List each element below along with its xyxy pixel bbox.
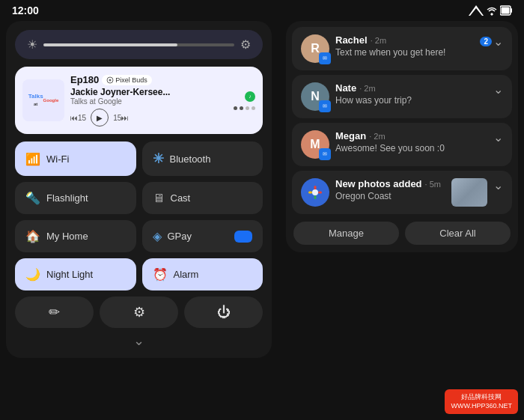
- brightness-track: [43, 43, 234, 46]
- status-time: 12:00: [12, 4, 39, 16]
- message-app-icon: ✉: [319, 100, 331, 112]
- expand-with-badge[interactable]: 2 ⌄: [480, 34, 503, 49]
- notif-time: · 2m: [371, 36, 386, 45]
- watermark-line1: 好品牌科技网: [451, 392, 512, 402]
- media-info: Ep180 Pixel Buds Jackie Joyner-Kersee...…: [70, 74, 228, 127]
- notif-time: · 2m: [359, 84, 375, 93]
- status-bar: 12:00: [0, 0, 524, 21]
- settings-button[interactable]: ⚙: [100, 296, 178, 328]
- notif-header: Nate · 2m: [335, 82, 487, 94]
- message-app-icon: ✉: [319, 148, 331, 160]
- edit-icon: ✏: [49, 304, 60, 320]
- spotify-icon: ♪: [245, 91, 255, 102]
- svg-rect-12: [318, 192, 322, 194]
- bluetooth-icon: ✳: [153, 150, 164, 167]
- notif-sender: Nate: [335, 82, 356, 94]
- svg-rect-4: [502, 7, 510, 14]
- dot: [240, 106, 243, 110]
- flashlight-toggle[interactable]: 🔦 Flashlight: [15, 182, 136, 214]
- avatar-megan: M ✉: [301, 130, 329, 159]
- svg-rect-11: [308, 192, 312, 194]
- toggle-grid: 📶 Wi-Fi ✳ Bluetooth 🔦 Flashlight 🖥 Cast …: [15, 141, 263, 290]
- watermark: 好品牌科技网 WWW.HPP360.NET: [445, 389, 518, 414]
- notif-header: Megan · 2m: [335, 130, 487, 141]
- bluetooth-label: Bluetooth: [170, 153, 211, 165]
- media-source: Talks at Google: [70, 97, 228, 106]
- expand-icon[interactable]: ⌄: [493, 34, 503, 49]
- notif-message: Oregon Coast: [335, 191, 445, 201]
- media-controls: ⏮15 ▶ 15⏭: [70, 109, 228, 127]
- clear-all-button[interactable]: Clear All: [405, 222, 511, 245]
- gpay-icon: ◈: [153, 229, 162, 243]
- wifi-status-icon: [487, 5, 497, 16]
- notif-header: New photos added · 5m: [335, 178, 445, 189]
- media-title: Jackie Joyner-Kersee...: [70, 87, 228, 97]
- alarm-toggle[interactable]: ⏰ Alarm: [142, 258, 263, 290]
- alarm-icon: ⏰: [153, 267, 168, 281]
- battery-icon: [500, 5, 512, 16]
- notif-time: · 5m: [425, 180, 441, 189]
- media-right: ♪: [234, 91, 255, 110]
- nightlight-icon: 🌙: [25, 267, 40, 281]
- wifi-toggle[interactable]: 📶 Wi-Fi: [15, 141, 136, 176]
- photo-preview: [451, 178, 487, 207]
- expand-icon[interactable]: ⌄: [493, 82, 503, 97]
- notif-message: Text me when you get here!: [335, 47, 474, 58]
- message-app-icon: ✉: [319, 52, 331, 64]
- expand-icon[interactable]: ⌄: [493, 130, 503, 144]
- cast-icon: 🖥: [153, 192, 165, 205]
- media-episode: Ep180: [70, 74, 99, 85]
- notif-time: · 2m: [369, 132, 385, 141]
- brightness-fill: [43, 43, 177, 46]
- edit-button[interactable]: ✏: [15, 296, 94, 328]
- dot: [234, 106, 237, 110]
- notif-sender: Rachel: [335, 34, 368, 46]
- watermark-line2: WWW.HPP360.NET: [451, 401, 512, 411]
- gpay-toggle[interactable]: ◈ GPay: [142, 220, 263, 252]
- gpay-label: GPay: [168, 231, 192, 242]
- notif-content-nate: Nate · 2m How was your trip?: [335, 82, 487, 106]
- avatar-rachel: R ✉: [301, 34, 329, 63]
- svg-point-6: [109, 79, 112, 81]
- gear-icon[interactable]: ⚙: [240, 37, 251, 52]
- photo-thumbnail: [451, 178, 487, 207]
- pixel-buds-icon: [106, 76, 114, 84]
- dot: [252, 106, 255, 110]
- nightlight-label: Night Light: [46, 269, 93, 280]
- quick-settings-panel: ☀ ⚙ Talksat Google Ep180 Pixel Buds Ja: [6, 21, 272, 358]
- wifi-label: Wi-Fi: [46, 153, 69, 165]
- notification-rachel[interactable]: R ✉ Rachel · 2m Text me when you get her…: [292, 27, 512, 70]
- bluetooth-toggle[interactable]: ✳ Bluetooth: [142, 141, 263, 176]
- play-button[interactable]: ▶: [91, 109, 109, 127]
- avatar-photos: [301, 178, 329, 207]
- dot: [246, 106, 249, 110]
- myhome-toggle[interactable]: 🏠 My Home: [15, 220, 136, 252]
- notif-content-photos: New photos added · 5m Oregon Coast: [335, 178, 445, 201]
- notif-sender: New photos added: [335, 178, 422, 189]
- nightlight-toggle[interactable]: 🌙 Night Light: [15, 258, 136, 290]
- avatar-nate: N ✉: [301, 82, 329, 111]
- rewind-label[interactable]: ⏮15: [70, 114, 86, 122]
- manage-button[interactable]: Manage: [293, 222, 399, 245]
- gpay-card-indicator: [234, 231, 252, 243]
- flashlight-icon: 🔦: [25, 191, 40, 205]
- svg-rect-9: [314, 186, 317, 189]
- notifications-panel: R ✉ Rachel · 2m Text me when you get her…: [286, 21, 518, 252]
- notif-content-rachel: Rachel · 2m Text me when you get here!: [335, 34, 474, 58]
- notification-actions: Manage Clear All: [292, 219, 512, 246]
- power-button[interactable]: ⏻: [184, 296, 263, 328]
- photos-app-icon: [307, 184, 323, 201]
- cast-toggle[interactable]: 🖥 Cast: [142, 182, 263, 214]
- forward-label[interactable]: 15⏭: [113, 114, 129, 122]
- signal-icon: [469, 5, 484, 16]
- brightness-slider[interactable]: ☀ ⚙: [15, 30, 263, 59]
- status-icons: [469, 5, 512, 16]
- notification-photos[interactable]: New photos added · 5m Oregon Coast ⌄: [292, 171, 512, 214]
- svg-point-8: [312, 189, 318, 195]
- alarm-label: Alarm: [174, 269, 199, 280]
- notification-megan[interactable]: M ✉ Megan · 2m Awesome! See you soon :0 …: [292, 123, 512, 166]
- flashlight-label: Flashlight: [46, 192, 88, 204]
- notification-nate[interactable]: N ✉ Nate · 2m How was your trip? ⌄: [292, 75, 512, 118]
- collapse-chevron[interactable]: ⌄: [15, 332, 263, 349]
- expand-icon[interactable]: ⌄: [493, 178, 503, 192]
